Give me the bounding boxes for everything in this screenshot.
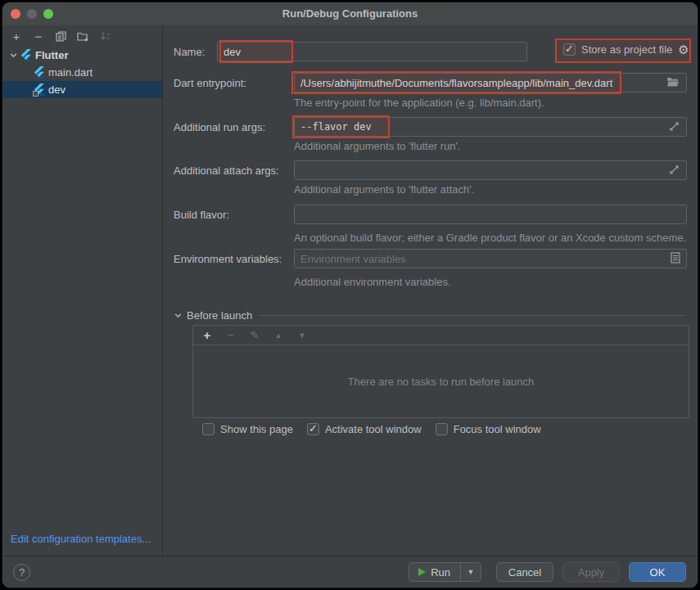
copy-icon[interactable] (54, 29, 67, 43)
run-debug-configurations-dialog: Run/Debug Configurations + − (2, 2, 698, 588)
configuration-tree: Flutter main.dart dev (2, 47, 162, 98)
dart-entrypoint-label: Dart entrypoint: (174, 77, 246, 89)
new-folder-icon[interactable] (76, 29, 89, 43)
add-icon[interactable]: + (10, 29, 23, 43)
edit-configuration-templates-link[interactable]: Edit configuration templates... (11, 533, 151, 545)
remove-task-icon: − (225, 330, 237, 341)
flutter-icon (20, 49, 32, 61)
project-file-badge (33, 91, 38, 97)
dialog-options-row: Show this page Activate tool window Focu… (202, 423, 541, 435)
focus-tool-window-label: Focus tool window (454, 423, 541, 435)
dialog-title: Run/Debug Configurations (2, 2, 698, 25)
store-as-project-file-row: Store as project file ⚙ (563, 43, 689, 56)
focus-tool-window-checkbox[interactable] (436, 423, 448, 435)
build-flavor-input[interactable] (294, 205, 687, 224)
run-split-button[interactable]: Run ▼ (409, 562, 481, 582)
store-as-project-file-label: Store as project file (581, 43, 672, 56)
before-launch-title: Before launch (187, 309, 252, 322)
run-button[interactable]: Run (409, 563, 460, 581)
browse-env-vars-icon[interactable] (671, 252, 684, 265)
configurations-sidebar: + − Flutter (2, 25, 163, 556)
flutter-icon (34, 66, 45, 79)
show-this-page-label: Show this page (220, 423, 293, 435)
ok-button[interactable]: OK (629, 562, 686, 582)
section-divider (260, 315, 685, 316)
build-flavor-hint: An optional build flavor; either a Gradl… (294, 232, 686, 244)
run-args-label: Additional run args: (174, 121, 265, 133)
attach-args-input[interactable] (294, 160, 687, 180)
sort-icon (98, 29, 111, 43)
before-launch-empty-text: There are no tasks to run before launch (193, 345, 689, 417)
apply-button: Apply (562, 562, 620, 582)
tree-item-label: dev (48, 83, 65, 96)
title-bar: Run/Debug Configurations (2, 2, 698, 25)
flutter-icon-with-file-badge (34, 83, 45, 96)
sidebar-toolbar: + − (2, 25, 162, 47)
move-down-icon: ▼ (296, 330, 308, 341)
before-launch-panel: + − ✎ ▲ ▼ There are no tasks to run befo… (192, 325, 689, 418)
tree-item-flutter-group[interactable]: Flutter (2, 47, 162, 64)
chevron-down-icon[interactable] (174, 311, 183, 320)
cancel-button[interactable]: Cancel (496, 562, 553, 582)
edit-task-icon: ✎ (249, 330, 260, 341)
dart-entrypoint-hint: The entry-point for the application (e.g… (294, 97, 544, 109)
activate-tool-window-checkbox[interactable] (307, 423, 319, 435)
run-args-input[interactable] (294, 117, 687, 137)
run-args-hint: Additional arguments to 'flutter run'. (294, 140, 461, 152)
remove-icon[interactable]: − (32, 29, 45, 43)
chevron-down-icon[interactable] (9, 51, 18, 60)
activate-tool-window-option[interactable]: Activate tool window (307, 423, 422, 435)
show-this-page-option[interactable]: Show this page (202, 423, 293, 435)
focus-tool-window-option[interactable]: Focus tool window (436, 423, 541, 435)
store-as-project-file-checkbox[interactable] (563, 43, 576, 56)
before-launch-toolbar: + − ✎ ▲ ▼ (193, 326, 689, 345)
env-vars-hint: Additional environment variables. (294, 276, 451, 288)
tree-item-label: main.dart (48, 66, 93, 79)
env-vars-input[interactable] (294, 249, 687, 268)
dialog-footer: ? Run ▼ Cancel Apply OK (2, 556, 698, 588)
gear-icon[interactable]: ⚙ (678, 43, 689, 56)
help-button[interactable]: ? (13, 564, 30, 581)
run-button-label: Run (431, 566, 450, 579)
activate-tool-window-label: Activate tool window (325, 423, 422, 435)
attach-args-hint: Additional arguments to 'flutter attach'… (294, 183, 474, 196)
tree-item-label: Flutter (35, 49, 68, 61)
open-folder-icon[interactable] (666, 76, 680, 89)
expand-field-icon[interactable] (669, 120, 682, 133)
tree-item-dev-selected[interactable]: dev (2, 81, 162, 98)
show-this-page-checkbox[interactable] (202, 423, 215, 435)
move-up-icon: ▲ (273, 330, 284, 341)
tree-item-main-dart[interactable]: main.dart (2, 64, 162, 81)
name-input[interactable] (217, 42, 527, 61)
build-flavor-label: Build flavor: (174, 209, 229, 221)
before-launch-header[interactable]: Before launch (174, 309, 685, 322)
env-vars-label: Environment variables: (174, 253, 282, 265)
add-task-icon[interactable]: + (201, 330, 213, 341)
name-label: Name: (174, 46, 205, 58)
expand-field-icon[interactable] (669, 164, 682, 177)
run-dropdown-arrow-icon[interactable]: ▼ (461, 563, 481, 581)
configuration-form: Name: Store as project file ⚙ Dart entry… (163, 25, 698, 556)
attach-args-label: Additional attach args: (174, 164, 279, 177)
play-icon (418, 568, 426, 576)
dart-entrypoint-input[interactable] (294, 73, 687, 92)
